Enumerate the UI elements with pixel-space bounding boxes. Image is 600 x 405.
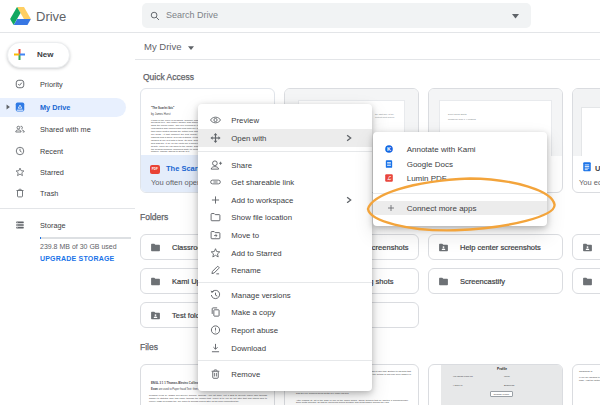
svg-text:K: K — [387, 146, 391, 152]
